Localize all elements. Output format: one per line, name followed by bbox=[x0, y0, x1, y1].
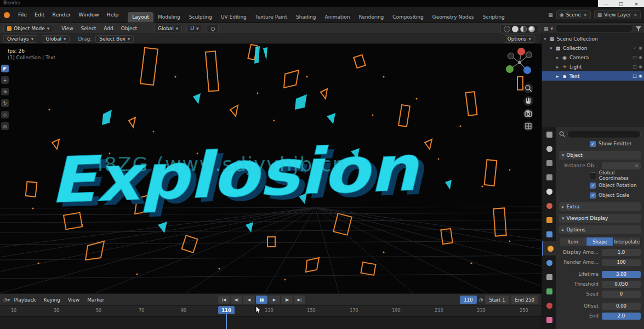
filter-icon[interactable] bbox=[635, 25, 642, 32]
blender-logo-icon[interactable] bbox=[4, 12, 10, 18]
render-amount-field[interactable]: 100 bbox=[602, 259, 641, 266]
tab-compositing[interactable]: Compositing bbox=[388, 12, 428, 22]
mode-dropdown[interactable]: Object Mode ▾ bbox=[3, 25, 53, 32]
collection-checkbox-icon[interactable]: ✓ bbox=[633, 46, 637, 50]
select-box-tool-icon[interactable]: ◤ bbox=[1, 65, 9, 72]
object-scale-row[interactable]: ✓ Object Scale bbox=[590, 191, 641, 200]
gizmo-x-axis[interactable] bbox=[517, 48, 525, 55]
outliner-editor-icon[interactable]: ▦ bbox=[544, 26, 549, 31]
expand-caret-icon[interactable]: ▸ bbox=[556, 64, 561, 70]
outliner-row-camera[interactable]: ▸ ◉ Camera □ ◉ bbox=[542, 53, 644, 62]
scene-selector[interactable]: ◉ Scene × bbox=[556, 10, 591, 19]
tab-scripting[interactable]: Scripting bbox=[478, 12, 509, 22]
output-tab-icon[interactable] bbox=[542, 156, 556, 170]
world-tab-icon[interactable] bbox=[542, 198, 556, 213]
play-button[interactable]: ▶ bbox=[269, 296, 280, 304]
offset-field[interactable]: 0.00 bbox=[602, 303, 641, 310]
tab-animation[interactable]: Animation bbox=[320, 12, 354, 22]
clear-icon[interactable]: × bbox=[635, 163, 639, 168]
menu-help[interactable]: Help bbox=[103, 7, 123, 22]
expand-caret-icon[interactable]: ▸ bbox=[556, 55, 561, 60]
transform-tool-icon[interactable]: ◎ bbox=[1, 122, 9, 130]
section-object[interactable]: ▾ Object bbox=[559, 151, 641, 160]
proportional-editing-toggle[interactable]: ○ bbox=[207, 25, 219, 32]
object-data-tab-icon[interactable] bbox=[542, 284, 556, 298]
rendered-shading-icon[interactable] bbox=[528, 26, 535, 32]
expand-caret-icon[interactable]: ▾ bbox=[544, 36, 549, 42]
zoom-icon[interactable] bbox=[523, 83, 533, 93]
camera-view-icon[interactable] bbox=[523, 109, 533, 118]
scale-tool-icon[interactable]: ◇ bbox=[1, 111, 9, 118]
lifetime-slider[interactable]: 3.00 bbox=[602, 271, 641, 278]
gizmo-z-axis[interactable] bbox=[523, 66, 531, 74]
expand-caret-icon[interactable]: ▾ bbox=[550, 46, 555, 51]
segment-shape[interactable]: Shape bbox=[586, 237, 613, 246]
menu-keying[interactable]: Keying bbox=[40, 297, 64, 303]
material-tab-icon[interactable] bbox=[542, 298, 556, 313]
render-tab-icon[interactable] bbox=[542, 141, 556, 156]
solid-shading-icon[interactable] bbox=[512, 26, 518, 32]
jump-to-start-button[interactable]: |◀ bbox=[218, 296, 230, 304]
menu-file[interactable]: File bbox=[14, 7, 31, 22]
menu-render[interactable]: Render bbox=[48, 7, 75, 22]
tab-modeling[interactable]: Modeling bbox=[153, 12, 185, 22]
outliner-row-collection[interactable]: ▾ ▦ Collection ✓ ◉ bbox=[542, 43, 644, 53]
editor-type-icon[interactable]: ▦ bbox=[548, 12, 553, 18]
timeline-tracks[interactable] bbox=[0, 316, 542, 329]
outliner-row-text[interactable]: ▸ a Text □ ◉ bbox=[542, 71, 644, 81]
constraints-tab-icon[interactable] bbox=[542, 270, 556, 284]
playhead-badge[interactable]: 110 bbox=[218, 306, 235, 314]
object-rotation-row[interactable]: ✓ Object Rotation bbox=[590, 181, 641, 190]
tab-layout[interactable]: Layout bbox=[128, 12, 153, 22]
drag-tool-dropdown[interactable]: Select Box ▾ bbox=[95, 35, 134, 43]
gizmo-y-axis[interactable] bbox=[506, 65, 514, 73]
texture-tab-icon[interactable] bbox=[542, 313, 556, 327]
render-visibility-icon[interactable]: ◉ bbox=[639, 46, 642, 50]
outliner-search-input[interactable] bbox=[555, 24, 633, 32]
material-preview-icon[interactable] bbox=[520, 26, 527, 32]
render-visibility-icon[interactable]: ◉ bbox=[639, 73, 642, 78]
menu-view[interactable]: View bbox=[58, 26, 77, 31]
rotate-tool-icon[interactable]: ↻ bbox=[1, 99, 9, 107]
tool-tab-icon[interactable] bbox=[542, 127, 556, 141]
menu-view-timeline[interactable]: View bbox=[64, 297, 83, 303]
snap-toggle[interactable]: U ▾ bbox=[186, 25, 202, 32]
play-reverse-button[interactable]: ◀ bbox=[243, 296, 255, 304]
view-layer-tab-icon[interactable] bbox=[542, 170, 556, 184]
options-dropdown[interactable]: Options ▾ bbox=[504, 35, 535, 43]
wireframe-shading-icon[interactable] bbox=[504, 26, 510, 32]
checkbox-checked-icon[interactable]: ✓ bbox=[590, 192, 596, 198]
menu-select[interactable]: Select bbox=[77, 26, 100, 31]
hide-toggle-icon[interactable]: □ bbox=[632, 55, 637, 60]
move-tool-icon[interactable]: ⊕ bbox=[1, 88, 9, 95]
end-field[interactable]: 2.0 bbox=[602, 313, 641, 320]
instance-object-field[interactable]: × bbox=[602, 162, 641, 169]
tab-rendering[interactable]: Rendering bbox=[354, 12, 388, 22]
outliner-row-light[interactable]: ▸ ☀ Light □ ◉ bbox=[542, 62, 644, 71]
orthographic-toggle-icon[interactable] bbox=[523, 121, 533, 131]
display-amount-field[interactable]: 1.0 bbox=[602, 249, 641, 256]
section-options[interactable]: ▸ Options bbox=[559, 225, 641, 234]
maximize-button[interactable]: ▢ bbox=[613, 1, 629, 7]
menu-playback[interactable]: Playback bbox=[10, 297, 39, 303]
tab-shading[interactable]: Shading bbox=[292, 12, 321, 22]
particles-tab-icon[interactable] bbox=[542, 241, 557, 256]
tab-texture-paint[interactable]: Texture Paint bbox=[251, 12, 292, 22]
physics-tab-icon[interactable] bbox=[542, 256, 556, 270]
playhead-line[interactable] bbox=[226, 314, 227, 329]
render-visibility-icon[interactable]: ◉ bbox=[639, 64, 642, 69]
navigation-gizmo[interactable] bbox=[503, 46, 536, 80]
menu-add[interactable]: Add bbox=[100, 26, 117, 31]
threshold-field[interactable]: 0.050 bbox=[602, 281, 641, 288]
transform-orientation-dropdown[interactable]: Global ▾ bbox=[154, 25, 182, 32]
tab-geometry-nodes[interactable]: Geometry Nodes bbox=[428, 12, 478, 22]
previous-keyframe-button[interactable]: ◀| bbox=[231, 296, 242, 304]
segment-item[interactable]: Item bbox=[560, 237, 586, 246]
scene-unlink-icon[interactable]: × bbox=[583, 12, 588, 18]
menu-marker[interactable]: Marker bbox=[83, 297, 108, 303]
close-button[interactable]: × bbox=[629, 1, 644, 7]
tab-sculpting[interactable]: Sculpting bbox=[185, 12, 216, 22]
menu-window[interactable]: Window bbox=[75, 7, 102, 22]
menu-object[interactable]: Object bbox=[117, 26, 141, 31]
current-frame-field[interactable]: 110 bbox=[460, 296, 476, 304]
